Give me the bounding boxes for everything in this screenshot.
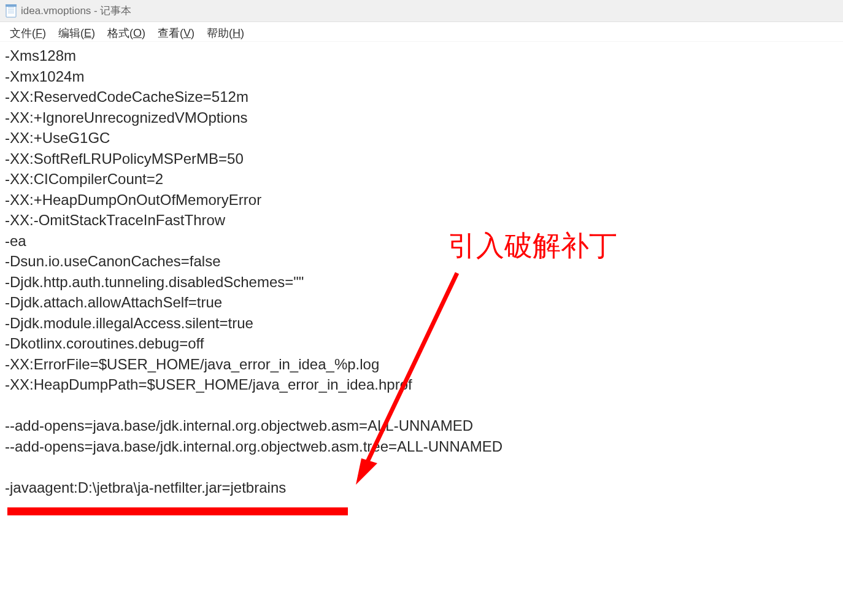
annotation-label: 引入破解补丁 [448, 227, 617, 265]
menu-edit[interactable]: 编辑(E) [53, 25, 100, 42]
menu-view[interactable]: 查看(V) [153, 25, 199, 42]
menubar: 文件(F) 编辑(E) 格式(O) 查看(V) 帮助(H) [0, 22, 843, 42]
menu-format[interactable]: 格式(O) [102, 25, 150, 42]
notepad-icon [5, 5, 17, 17]
text-content[interactable]: -Xms128m -Xmx1024m -XX:ReservedCodeCache… [0, 42, 843, 501]
annotation-underline [7, 507, 348, 515]
window-title: idea.vmoptions - 记事本 [21, 4, 131, 18]
menu-help[interactable]: 帮助(H) [202, 25, 249, 42]
window-titlebar: idea.vmoptions - 记事本 [0, 0, 843, 22]
svg-rect-5 [6, 4, 17, 7]
menu-file[interactable]: 文件(F) [5, 25, 51, 42]
